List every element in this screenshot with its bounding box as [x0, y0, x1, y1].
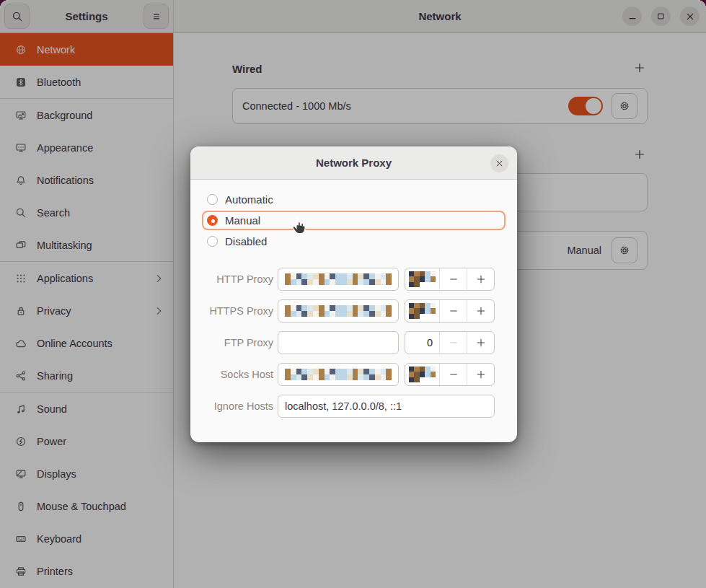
radio-icon [207, 236, 218, 247]
redacted-value [285, 273, 392, 285]
option-label: Disabled [225, 235, 267, 247]
radio-icon [207, 194, 218, 205]
ftp-port-decrement-button[interactable] [440, 332, 467, 354]
proxy-form: HTTP Proxy HTTPS Proxy [202, 268, 506, 418]
dialog-close-button[interactable] [490, 154, 508, 172]
radio-icon [207, 215, 218, 226]
option-label: Automatic [225, 193, 273, 206]
https-port-decrement-button[interactable] [440, 300, 467, 322]
http-proxy-label: HTTP Proxy [202, 273, 273, 285]
socks-port-increment-button[interactable] [467, 364, 494, 385]
ftp-port-spinner: 0 [405, 331, 495, 354]
socks-host-input[interactable] [278, 363, 399, 386]
http-proxy-input[interactable] [278, 268, 399, 291]
http-port-increment-button[interactable] [467, 268, 494, 290]
http-port-decrement-button[interactable] [440, 268, 467, 290]
https-port-value[interactable] [405, 300, 440, 322]
ignore-hosts-label: Ignore Hosts [202, 400, 273, 412]
settings-window: Settings Network Network [0, 0, 706, 588]
ignore-hosts-input[interactable]: localhost, 127.0.0.0/8, ::1 [278, 395, 495, 418]
https-port-spinner [405, 299, 495, 322]
redacted-value [409, 303, 436, 320]
dialog-title: Network Proxy [316, 157, 392, 169]
close-icon [495, 159, 504, 168]
https-proxy-row: HTTPS Proxy [202, 299, 506, 322]
option-label: Manual [225, 214, 260, 227]
socks-port-value[interactable] [405, 364, 440, 385]
https-proxy-input[interactable] [278, 299, 399, 322]
ftp-port-increment-button[interactable] [467, 332, 494, 354]
ftp-proxy-label: FTP Proxy [202, 337, 273, 348]
ftp-proxy-row: FTP Proxy 0 [202, 331, 506, 354]
network-proxy-dialog: Network Proxy Automatic Manual Disabled [190, 146, 517, 442]
https-proxy-label: HTTPS Proxy [202, 305, 273, 317]
proxy-option-disabled[interactable]: Disabled [202, 232, 506, 251]
redacted-value [409, 367, 436, 383]
ignore-hosts-row: Ignore Hosts localhost, 127.0.0.0/8, ::1 [202, 395, 506, 418]
proxy-option-manual[interactable]: Manual [202, 211, 506, 230]
http-proxy-row: HTTP Proxy [202, 268, 506, 291]
https-port-increment-button[interactable] [467, 300, 494, 322]
socks-port-spinner [405, 363, 495, 386]
socks-port-decrement-button[interactable] [440, 364, 467, 385]
http-port-value[interactable] [405, 268, 440, 290]
ftp-proxy-input[interactable] [278, 331, 399, 354]
proxy-option-automatic[interactable]: Automatic [202, 190, 506, 209]
redacted-value [285, 369, 392, 380]
dialog-body: Automatic Manual Disabled HTTP Proxy [190, 180, 517, 418]
dialog-header: Network Proxy [190, 146, 517, 180]
redacted-value [285, 305, 392, 317]
http-port-spinner [405, 268, 495, 291]
ftp-port-value[interactable]: 0 [405, 332, 440, 354]
desktop: Settings Network Network [0, 0, 706, 588]
redacted-value [409, 271, 436, 288]
socks-host-row: Socks Host [202, 363, 506, 386]
socks-host-label: Socks Host [202, 369, 273, 380]
